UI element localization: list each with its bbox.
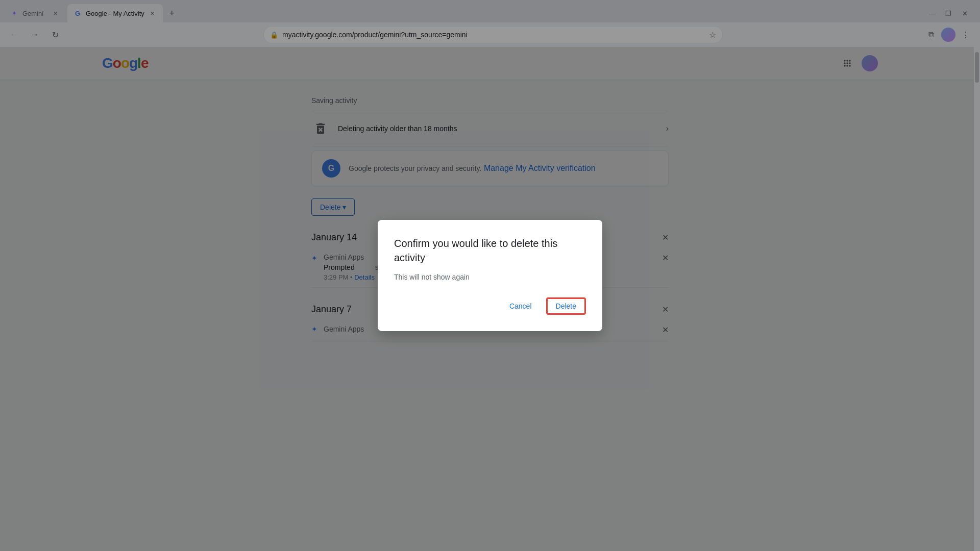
modal-title: Confirm you would like to delete this ac… — [394, 236, 586, 265]
modal-overlay: Confirm you would like to delete this ac… — [0, 0, 980, 551]
modal-delete-button[interactable]: Delete — [546, 297, 586, 315]
delete-confirm-modal: Confirm you would like to delete this ac… — [378, 220, 602, 331]
modal-cancel-button[interactable]: Cancel — [501, 298, 540, 314]
modal-body: This will not show again — [394, 273, 586, 281]
modal-actions: Cancel Delete — [394, 297, 586, 315]
